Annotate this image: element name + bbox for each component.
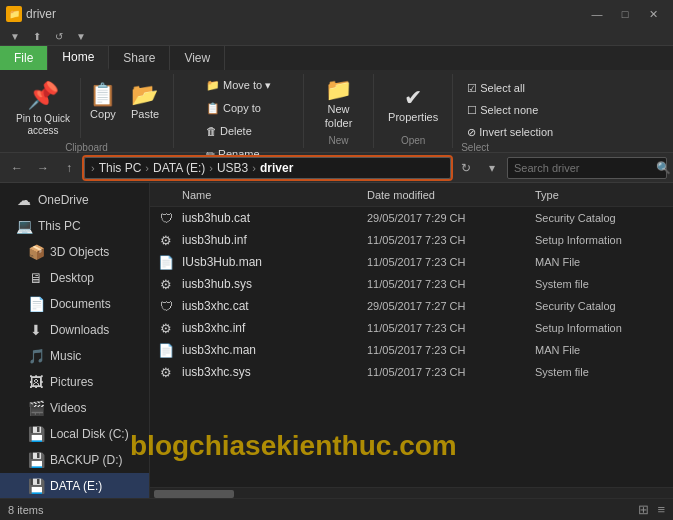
table-row[interactable]: 🛡 iusb3xhc.cat 29/05/2017 7:27 CH Securi… — [150, 295, 673, 317]
sidebar-item-documents[interactable]: 📄 Documents — [0, 291, 149, 317]
sidebar-label-videos: Videos — [50, 401, 86, 415]
qat-more-button[interactable]: ▼ — [72, 29, 90, 45]
thispc-icon: 💻 — [16, 218, 32, 234]
file-date: 29/05/2017 7:27 CH — [367, 300, 527, 312]
delete-button[interactable]: 🗑 Delete — [201, 120, 257, 142]
file-name: IUsb3Hub.man — [182, 255, 359, 269]
pin-quickaccess-button[interactable]: 📌 Pin to Quickaccess — [8, 74, 78, 142]
sidebar-item-pictures[interactable]: 🖼 Pictures — [0, 369, 149, 395]
music-icon: 🎵 — [28, 348, 44, 364]
back-button[interactable]: ← — [6, 157, 28, 179]
sidebar-label-downloads: Downloads — [50, 323, 109, 337]
delete-label: Delete — [220, 125, 252, 137]
title-bar-title: driver — [26, 7, 56, 21]
table-row[interactable]: 📄 iusb3xhc.man 11/05/2017 7:23 CH MAN Fi… — [150, 339, 673, 361]
select-all-button[interactable]: ☑ Select all — [461, 78, 559, 98]
tab-share[interactable]: Share — [109, 46, 170, 70]
qat-redo-button[interactable]: ↺ — [50, 29, 68, 45]
properties-button[interactable]: ✔ Properties — [382, 77, 444, 133]
crumb-data[interactable]: DATA (E:) — [153, 161, 205, 175]
sidebar-label-desktop: Desktop — [50, 271, 94, 285]
col-name: Name — [182, 189, 359, 201]
sidebar-item-backup[interactable]: 💾 BACKUP (D:) — [0, 447, 149, 473]
table-row[interactable]: ⚙ iusb3xhc.sys 11/05/2017 7:23 CH System… — [150, 361, 673, 383]
copy-button[interactable]: 📋 Copy — [83, 74, 123, 130]
sidebar-item-localdisk[interactable]: 💾 Local Disk (C:) — [0, 421, 149, 447]
new-label: New — [329, 135, 349, 148]
sidebar-item-music[interactable]: 🎵 Music — [0, 343, 149, 369]
sidebar-item-onedrive[interactable]: ☁ OneDrive — [0, 187, 149, 213]
sidebar-label-3dobjects: 3D Objects — [50, 245, 109, 259]
copyto-icon: 📋 — [206, 102, 220, 115]
new-group: 📁 Newfolder New — [304, 74, 374, 148]
sidebar-item-thispc[interactable]: 💻 This PC — [0, 213, 149, 239]
tab-file[interactable]: File — [0, 46, 48, 70]
new-folder-button[interactable]: 📁 Newfolder — [319, 77, 359, 133]
data-icon: 💾 — [28, 478, 44, 494]
select-none-icon: ☐ — [467, 104, 477, 117]
move-to-button[interactable]: 📁 Move to ▾ — [201, 74, 276, 96]
videos-icon: 🎬 — [28, 400, 44, 416]
address-box[interactable]: › This PC › DATA (E:) › USB3 › driver — [84, 157, 451, 179]
file-name: iusb3xhc.man — [182, 343, 359, 357]
onedrive-icon: ☁ — [16, 192, 32, 208]
sidebar-item-desktop[interactable]: 🖥 Desktop — [0, 265, 149, 291]
main-layout: ☁ OneDrive 💻 This PC 📦 3D Objects 🖥 Desk… — [0, 183, 673, 499]
minimize-button[interactable]: — — [583, 4, 611, 24]
moveto-icon: 📁 — [206, 79, 220, 92]
view-icons[interactable]: ⊞ — [638, 502, 649, 517]
sidebar-label-localdisk: Local Disk (C:) — [50, 427, 129, 441]
sidebar: ☁ OneDrive 💻 This PC 📦 3D Objects 🖥 Desk… — [0, 183, 150, 499]
paste-label: Paste — [131, 108, 159, 120]
pin-icon: 📌 — [27, 80, 59, 111]
tab-view[interactable]: View — [170, 46, 225, 70]
invert-selection-button[interactable]: ⊘ Invert selection — [461, 122, 559, 142]
sidebar-item-data[interactable]: 💾 DATA (E:) — [0, 473, 149, 499]
table-row[interactable]: ⚙ iusb3xhc.inf 11/05/2017 7:23 CH Setup … — [150, 317, 673, 339]
paste-icon: 📂 — [131, 84, 158, 106]
crumb-driver[interactable]: driver — [260, 161, 293, 175]
forward-button[interactable]: → — [32, 157, 54, 179]
tab-home[interactable]: Home — [48, 46, 109, 70]
table-row[interactable]: 🛡 iusb3hub.cat 29/05/2017 7:29 CH Securi… — [150, 207, 673, 229]
refresh-button[interactable]: ↻ — [455, 157, 477, 179]
qat-expand-button[interactable]: ▼ — [6, 29, 24, 45]
sidebar-item-downloads[interactable]: ⬇ Downloads — [0, 317, 149, 343]
desktop-icon: 🖥 — [28, 270, 44, 286]
sidebar-item-videos[interactable]: 🎬 Videos — [0, 395, 149, 421]
qat-undo-button[interactable]: ⬆ — [28, 29, 46, 45]
copy-to-button[interactable]: 📋 Copy to — [201, 97, 266, 119]
close-button[interactable]: ✕ — [639, 4, 667, 24]
file-type-icon: ⚙ — [158, 232, 174, 248]
table-row[interactable]: ⚙ iusb3hub.inf 11/05/2017 7:23 CH Setup … — [150, 229, 673, 251]
copy-icon: 📋 — [89, 84, 116, 106]
crumb-usb3[interactable]: USB3 — [217, 161, 248, 175]
crumb-thispc[interactable]: This PC — [99, 161, 142, 175]
file-content: Name Date modified Type 🛡 iusb3hub.cat 2… — [150, 183, 673, 499]
file-type: Setup Information — [535, 234, 665, 246]
maximize-button[interactable]: □ — [611, 4, 639, 24]
view-list[interactable]: ≡ — [657, 502, 665, 517]
scrollbar-thumb[interactable] — [154, 490, 234, 498]
select-none-button[interactable]: ☐ Select none — [461, 100, 559, 120]
file-name: iusb3xhc.cat — [182, 299, 359, 313]
paste-button[interactable]: 📂 Paste — [125, 74, 165, 130]
sidebar-item-3dobjects[interactable]: 📦 3D Objects — [0, 239, 149, 265]
up-button[interactable]: ↑ — [58, 157, 80, 179]
dropdown-button[interactable]: ▾ — [481, 157, 503, 179]
file-type-icon: 📄 — [158, 342, 174, 358]
copy-label: Copy — [90, 108, 116, 120]
table-row[interactable]: 📄 IUsb3Hub.man 11/05/2017 7:23 CH MAN Fi… — [150, 251, 673, 273]
pin-label: Pin to Quickaccess — [16, 113, 70, 137]
new-folder-icon: 📁 — [325, 79, 352, 101]
select-group: ☑ Select all ☐ Select none ⊘ Invert sele… — [453, 74, 567, 148]
search-box[interactable]: 🔍 — [507, 157, 667, 179]
file-type: System file — [535, 366, 665, 378]
search-input[interactable] — [514, 162, 652, 174]
file-name: iusb3xhc.inf — [182, 321, 359, 335]
file-date: 11/05/2017 7:23 CH — [367, 322, 527, 334]
table-row[interactable]: ⚙ iusb3hub.sys 11/05/2017 7:23 CH System… — [150, 273, 673, 295]
move-to-label: Move to ▾ — [223, 79, 271, 92]
address-bar: ← → ↑ › This PC › DATA (E:) › USB3 › dri… — [0, 153, 673, 183]
title-bar-icon: 📁 — [6, 6, 22, 22]
